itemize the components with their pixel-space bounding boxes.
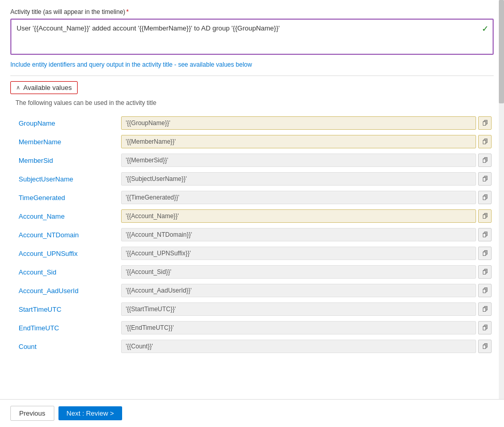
value-token-cell: '{{Account_Name}}'🗍 <box>119 207 494 225</box>
bottom-bar: Previous Next : Review > <box>0 399 504 427</box>
value-field: '{{MemberSid}}' <box>121 154 476 167</box>
copy-button[interactable]: 🗍 <box>478 191 492 204</box>
copy-button[interactable]: 🗍 <box>478 247 492 260</box>
copy-button[interactable]: 🗍 <box>478 172 492 186</box>
copy-button[interactable]: 🗍 <box>478 284 492 297</box>
table-row: Count'{{Count}}'🗍 <box>16 337 494 356</box>
value-token-cell: '{{EndTimeUTC}}'🗍 <box>119 318 494 337</box>
value-name-cell: SubjectUserName <box>16 170 119 188</box>
activity-title-value: User '{{Account_Name}}' added account '{… <box>17 24 487 33</box>
activity-title-input[interactable]: User '{{Account_Name}}' added account '{… <box>10 19 494 55</box>
value-token-cell: '{{Account_NTDomain}}'🗍 <box>119 225 494 244</box>
value-name-cell: Account_Name <box>16 207 119 225</box>
values-description: The following values can be used in the … <box>16 99 494 106</box>
value-field: '{{TimeGenerated}}' <box>121 191 476 204</box>
values-table: GroupName'{{GroupName}}'🗍MemberName'{{Me… <box>16 114 494 356</box>
table-row: TimeGenerated'{{TimeGenerated}}'🗍 <box>16 188 494 207</box>
value-token-cell: '{{TimeGenerated}}'🗍 <box>119 188 494 207</box>
value-name-cell: TimeGenerated <box>16 188 119 207</box>
value-token-cell: '{{Account_AadUserId}}'🗍 <box>119 281 494 300</box>
value-field: '{{Account_NTDomain}}' <box>121 228 476 241</box>
table-row: GroupName'{{GroupName}}'🗍 <box>16 114 494 132</box>
value-field: '{{Account_Sid}}' <box>121 265 476 279</box>
previous-button[interactable]: Previous <box>10 406 54 421</box>
value-field: '{{EndTimeUTC}}' <box>121 321 476 334</box>
value-field: '{{Account_Name}}' <box>121 209 476 223</box>
value-token-cell: '{{Account_UPNSuffix}}'🗍 <box>119 244 494 263</box>
value-field: '{{GroupName}}' <box>121 116 476 130</box>
copy-button[interactable]: 🗍 <box>478 321 492 334</box>
table-row: EndTimeUTC'{{EndTimeUTC}}'🗍 <box>16 318 494 337</box>
table-row: Account_Name'{{Account_Name}}'🗍 <box>16 207 494 225</box>
required-indicator: * <box>126 8 129 16</box>
value-field: '{{MemberName}}' <box>121 135 476 148</box>
value-token-cell: '{{StartTimeUTC}}'🗍 <box>119 300 494 318</box>
field-label: Activity title (as will appear in the ti… <box>10 8 494 16</box>
value-field: '{{SubjectUserName}}' <box>121 172 476 186</box>
table-row: Account_NTDomain'{{Account_NTDomain}}'🗍 <box>16 225 494 244</box>
value-name-cell: StartTimeUTC <box>16 300 119 318</box>
value-token-cell: '{{Count}}'🗍 <box>119 337 494 356</box>
copy-button[interactable]: 🗍 <box>478 209 492 223</box>
check-icon: ✓ <box>482 24 488 34</box>
value-token-cell: '{{MemberName}}'🗍 <box>119 132 494 151</box>
value-name-cell: MemberSid <box>16 151 119 170</box>
copy-button[interactable]: 🗍 <box>478 135 492 148</box>
copy-button[interactable]: 🗍 <box>478 340 492 353</box>
value-name-cell: Count <box>16 337 119 356</box>
hint-text: Include entity identifiers and query out… <box>10 61 494 68</box>
value-token-cell: '{{Account_Sid}}'🗍 <box>119 263 494 281</box>
value-field: '{{Account_UPNSuffix}}' <box>121 247 476 260</box>
value-field: '{{StartTimeUTC}}' <box>121 302 476 316</box>
copy-button[interactable]: 🗍 <box>478 302 492 316</box>
table-row: Account_UPNSuffix'{{Account_UPNSuffix}}'… <box>16 244 494 263</box>
table-row: Account_AadUserId'{{Account_AadUserId}}'… <box>16 281 494 300</box>
table-row: SubjectUserName'{{SubjectUserName}}'🗍 <box>16 170 494 188</box>
value-token-cell: '{{SubjectUserName}}'🗍 <box>119 170 494 188</box>
value-name-cell: GroupName <box>16 114 119 132</box>
value-name-cell: EndTimeUTC <box>16 318 119 337</box>
value-token-cell: '{{MemberSid}}'🗍 <box>119 151 494 170</box>
value-name-cell: MemberName <box>16 132 119 151</box>
value-token-cell: '{{GroupName}}'🗍 <box>119 114 494 132</box>
value-name-cell: Account_AadUserId <box>16 281 119 300</box>
available-values-header-label: Available values <box>23 84 72 91</box>
copy-button[interactable]: 🗍 <box>478 116 492 130</box>
table-row: MemberSid'{{MemberSid}}'🗍 <box>16 151 494 170</box>
value-field: '{{Count}}' <box>121 340 476 353</box>
table-row: StartTimeUTC'{{StartTimeUTC}}'🗍 <box>16 300 494 318</box>
copy-button[interactable]: 🗍 <box>478 265 492 279</box>
value-name-cell: Account_NTDomain <box>16 225 119 244</box>
table-row: Account_Sid'{{Account_Sid}}'🗍 <box>16 263 494 281</box>
copy-button[interactable]: 🗍 <box>478 154 492 167</box>
value-name-cell: Account_Sid <box>16 263 119 281</box>
copy-button[interactable]: 🗍 <box>478 228 492 241</box>
value-field: '{{Account_AadUserId}}' <box>121 284 476 297</box>
divider <box>10 75 494 76</box>
value-name-cell: Account_UPNSuffix <box>16 244 119 263</box>
chevron-up-icon: ∧ <box>16 84 20 91</box>
next-button[interactable]: Next : Review > <box>58 406 122 420</box>
table-row: MemberName'{{MemberName}}'🗍 <box>16 132 494 151</box>
available-values-toggle[interactable]: ∧ Available values <box>10 81 78 94</box>
field-label-text: Activity title (as will appear in the ti… <box>10 8 125 16</box>
